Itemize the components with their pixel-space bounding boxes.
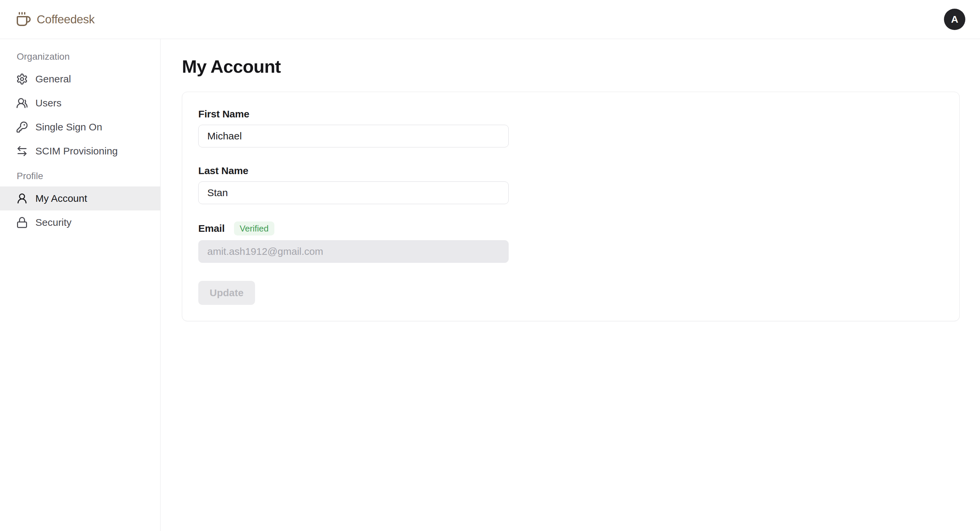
sidebar-item-single-sign-on[interactable]: Single Sign On — [0, 115, 160, 139]
verified-badge: Verified — [234, 222, 274, 236]
email-label: Email — [198, 222, 224, 235]
last-name-label: Last Name — [198, 165, 943, 177]
gear-icon — [16, 73, 28, 85]
avatar[interactable]: A — [944, 9, 965, 30]
sidebar-item-label: Users — [35, 97, 61, 109]
sidebar-item-scim-provisioning[interactable]: SCIM Provisioning — [0, 139, 160, 163]
account-form-card: First Name Last Name Email Verified Upda… — [182, 92, 959, 321]
sidebar-item-label: General — [35, 73, 71, 85]
lock-icon — [16, 217, 28, 228]
update-button[interactable]: Update — [198, 281, 255, 305]
email-input — [198, 240, 509, 263]
arrows-left-right-icon — [16, 145, 28, 157]
sidebar-item-my-account[interactable]: My Account — [0, 187, 160, 211]
first-name-field: First Name — [198, 108, 943, 147]
main-content: My Account First Name Last Name Email Ve… — [161, 39, 980, 531]
sidebar-item-label: Security — [35, 217, 72, 228]
sidebar-section-organization: Organization — [0, 48, 160, 67]
brand-logo[interactable]: Coffeedesk — [15, 11, 94, 27]
sidebar-item-users[interactable]: Users — [0, 91, 160, 115]
sidebar: Organization General — [0, 39, 161, 531]
page-title: My Account — [182, 56, 980, 77]
top-bar: Coffeedesk A — [0, 0, 980, 39]
coffee-cup-icon — [15, 11, 31, 27]
app-window: Coffeedesk A Organization General — [0, 0, 980, 531]
first-name-input[interactable] — [198, 125, 509, 147]
first-name-label: First Name — [198, 108, 943, 120]
sidebar-item-label: SCIM Provisioning — [35, 146, 118, 157]
sidebar-section-profile: Profile — [0, 167, 160, 187]
sidebar-item-general[interactable]: General — [0, 67, 160, 91]
brand-name: Coffeedesk — [37, 13, 94, 26]
key-icon — [16, 121, 28, 133]
users-icon — [16, 97, 28, 109]
sidebar-item-label: Single Sign On — [35, 121, 102, 133]
email-field: Email Verified — [198, 222, 943, 263]
last-name-input[interactable] — [198, 181, 509, 204]
sidebar-item-security[interactable]: Security — [0, 211, 160, 235]
email-label-row: Email Verified — [198, 222, 943, 236]
user-icon — [16, 192, 28, 204]
last-name-field: Last Name — [198, 165, 943, 204]
sidebar-item-label: My Account — [35, 193, 87, 204]
body-row: Organization General — [0, 39, 980, 531]
